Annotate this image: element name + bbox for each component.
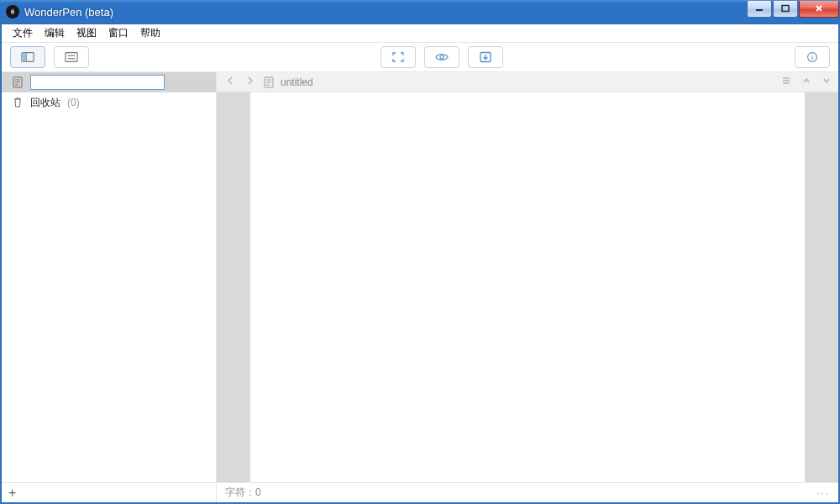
info-button[interactable]: [795, 46, 830, 68]
fullscreen-button[interactable]: [381, 46, 416, 68]
editor-body: [217, 92, 838, 482]
minimize-button[interactable]: [747, 1, 772, 18]
status-bar: 字符：0 ···: [217, 482, 838, 502]
sidebar-footer: +: [2, 482, 216, 502]
menu-help[interactable]: 帮助: [134, 24, 166, 42]
svg-rect-1: [782, 6, 789, 12]
trash-count: (0): [67, 97, 80, 108]
svg-point-8: [440, 55, 444, 59]
toggle-outline-button[interactable]: [54, 46, 89, 68]
menu-bar: 文件 编辑 视图 窗口 帮助: [2, 24, 838, 42]
client-area: 文件 编辑 视图 窗口 帮助: [1, 24, 839, 503]
editor-right-gutter: [805, 92, 838, 482]
nav-back-button[interactable]: [223, 76, 237, 88]
list-layout-icon: [65, 51, 78, 63]
titlebar[interactable]: WonderPen (beta): [1, 0, 839, 24]
export-button[interactable]: [468, 46, 503, 68]
window-title: WonderPen (beta): [24, 6, 746, 18]
editor-tabbar-right: [781, 76, 832, 88]
menu-view[interactable]: 视图: [71, 24, 102, 42]
svg-rect-4: [22, 53, 26, 62]
svg-point-12: [811, 55, 812, 55]
menu-window[interactable]: 窗口: [102, 24, 134, 42]
tree-node-trash[interactable]: 回收站 (0): [2, 92, 216, 113]
menu-edit[interactable]: 编辑: [39, 24, 71, 42]
toolbar: [2, 42, 838, 72]
download-icon: [479, 51, 492, 63]
main-split: 回收站 (0) + untitled: [2, 72, 838, 502]
sidebar: 回收站 (0) +: [2, 72, 217, 502]
menu-file[interactable]: 文件: [7, 24, 39, 42]
list-icon[interactable]: [781, 76, 791, 88]
trash-label: 回收站: [30, 96, 60, 110]
editor-textarea[interactable]: [250, 92, 805, 482]
preview-button[interactable]: [424, 46, 459, 68]
window-controls: [746, 1, 839, 18]
toggle-sidebar-button[interactable]: [10, 46, 45, 68]
editor-doc-title: untitled: [281, 76, 313, 88]
trash-icon: [12, 97, 24, 108]
document-icon: [264, 76, 274, 88]
char-count: 字符：0: [225, 486, 261, 500]
app-icon: [6, 5, 19, 18]
document-icon: [12, 76, 24, 88]
svg-rect-5: [66, 53, 77, 62]
add-document-button[interactable]: +: [8, 486, 16, 500]
tree-node-new[interactable]: [2, 72, 216, 92]
sidebar-layout-icon: [21, 51, 34, 63]
editor-left-gutter: [217, 92, 250, 482]
close-button[interactable]: [799, 1, 839, 18]
chevron-up-icon[interactable]: [801, 76, 811, 88]
chevron-down-icon[interactable]: [822, 76, 832, 88]
node-rename-input[interactable]: [30, 75, 165, 90]
more-button[interactable]: ···: [816, 487, 830, 499]
nav-forward-button[interactable]: [244, 76, 257, 88]
info-icon: [806, 51, 819, 63]
document-tree[interactable]: 回收站 (0): [2, 72, 216, 482]
editor-pane: untitled 字符：0 ···: [217, 72, 838, 502]
fullscreen-icon: [391, 51, 405, 63]
window-frame: WonderPen (beta) 文件 编辑 视图 窗口 帮助: [0, 0, 840, 504]
editor-tabbar: untitled: [217, 72, 838, 92]
maximize-button[interactable]: [773, 1, 798, 18]
eye-icon: [435, 51, 449, 63]
